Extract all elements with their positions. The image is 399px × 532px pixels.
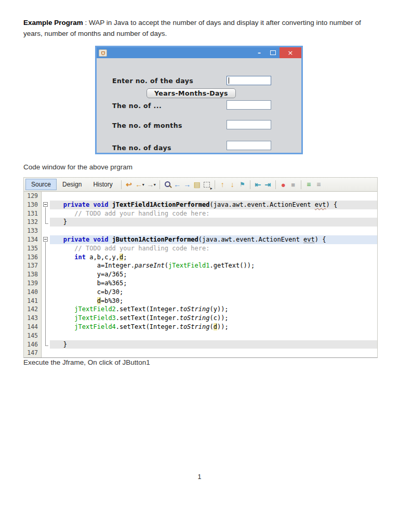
code-line[interactable]: 133 [24,227,377,235]
toggle-bookmark-icon[interactable]: ⚑ [237,180,247,190]
fold-line [45,305,46,314]
fold-line-end [45,218,48,223]
code-line[interactable]: 135 // TODO add your handling code here: [24,244,377,253]
code-token [52,314,74,322]
code-token: .setText(Integer. [116,314,180,322]
code-line[interactable]: 129 [24,192,377,201]
code-text: c=b/30; [50,288,377,297]
code-line[interactable]: 132 } [24,218,377,227]
previous-bookmark-icon[interactable]: ↑ [218,180,228,190]
code-text: jTextField3.setText(Integer.toString(c))… [50,314,377,323]
code-token: d [214,323,217,330]
code-line[interactable]: 140 c=b/30; [24,288,377,297]
years-months-days-button[interactable]: Years-Months-Days [147,88,236,98]
line-number: 135 [24,244,42,253]
fold-line [45,331,46,340]
fold-margin [42,279,50,288]
fold-margin [42,235,50,244]
code-token: (java.awt.event.ActionEvent [198,236,303,243]
months-output-field[interactable] [227,120,271,129]
code-text: d=b%30; [50,297,377,305]
jump-last-edit-icon[interactable]: ↩ [124,180,134,190]
page-number: 1 [0,473,399,481]
code-token: jTextField4 [74,323,115,330]
code-editor: SourceDesignHistory ↩←▾→▾←→▤↑↓⚑⇤⇥●■≡≡ 12… [23,177,378,358]
label-enter-days: Enter no. of the days [112,77,193,85]
code-token: evt [315,201,326,208]
code-text [50,227,377,235]
fold-line [45,323,46,331]
code-text: b=a%365; [50,279,377,288]
uncomment-icon[interactable]: ≡ [314,180,324,190]
code-line[interactable]: 146 } [24,340,377,349]
tab-history[interactable]: History [87,179,118,190]
code-area[interactable]: 129130 private void jTextField1ActionPer… [24,192,377,357]
fold-collapse-icon[interactable] [43,202,48,207]
code-line[interactable]: 145 [24,331,377,340]
code-line[interactable]: 137 a=Integer.parseInt(jTextField1.getTe… [24,261,377,270]
jframe-titlebar[interactable]: – × [97,47,301,58]
code-line[interactable]: 143 jTextField3.setText(Integer.toString… [24,314,377,323]
tab-source[interactable]: Source [25,179,57,190]
find-selection-icon[interactable] [163,180,172,190]
fold-line [45,253,46,262]
find-next-icon[interactable]: → [182,180,192,190]
code-token [52,201,63,208]
close-button[interactable]: × [280,47,301,58]
line-number: 131 [24,209,42,218]
record-macro-icon[interactable]: ● [278,180,288,190]
caption-code-window: Code window for the above prgram [23,163,132,171]
fold-margin [42,253,50,262]
line-number: 130 [24,201,42,209]
fold-collapse-icon[interactable] [43,237,48,242]
shift-right-icon[interactable]: ⇥ [263,180,273,190]
maximize-button[interactable] [266,47,280,58]
code-line[interactable]: 136 int a,b,c,y,d; [24,253,377,262]
code-line[interactable]: 130 private void jTextField1ActionPerfor… [24,201,377,209]
code-line[interactable]: 131 // TODO add your handling code here: [24,209,377,218]
next-bookmark-icon[interactable]: ↓ [228,180,237,190]
line-number: 141 [24,297,42,305]
code-text: // TODO add your handling code here: [50,244,377,253]
stop-macro-icon[interactable]: ■ [288,180,298,190]
line-number: 142 [24,305,42,314]
forward-icon[interactable]: → [145,180,155,190]
fold-line-end [45,340,48,346]
code-token: .setText(Integer. [116,323,180,330]
fold-line [45,261,46,270]
code-token: (java.awt.event.ActionEvent [209,201,314,208]
days-input[interactable] [227,76,271,85]
days-output-field[interactable] [227,141,271,150]
code-token [89,236,93,243]
code-text: y=a/365; [50,270,377,279]
label-years: The no. of ... [112,102,162,110]
code-text: } [50,218,377,227]
find-previous-icon[interactable]: ← [172,180,182,190]
line-number: 147 [24,349,42,357]
code-line[interactable]: 138 y=a/365; [24,270,377,279]
code-line[interactable]: 144 jTextField4.setText(Integer.toString… [24,323,377,331]
comment-icon[interactable]: ≡ [304,180,314,190]
line-number: 140 [24,288,42,297]
back-icon[interactable]: ← [134,180,144,190]
rectangular-selection-icon[interactable] [202,180,212,190]
code-line[interactable]: 134 private void jButton1ActionPerformed… [24,235,377,244]
shift-left-icon[interactable]: ⇤ [253,180,263,190]
code-line[interactable]: 141 d=b%30; [24,297,377,305]
fold-margin [42,349,50,357]
code-line[interactable]: 142 jTextField2.setText(Integer.toString… [24,305,377,314]
code-line[interactable]: 147 [24,349,377,357]
code-token: ( [209,323,213,330]
code-token: .getText()); [209,262,255,269]
tab-design[interactable]: Design [57,179,87,190]
fold-margin [42,244,50,253]
toggle-highlight-icon[interactable]: ▤ [192,180,202,190]
code-token [108,236,112,243]
years-output-field[interactable] [227,100,271,110]
line-number: 139 [24,279,42,288]
code-line[interactable]: 139 b=a%365; [24,279,377,288]
minimize-button[interactable]: – [252,47,266,58]
java-app-icon [99,49,107,57]
code-token: toString [180,323,210,330]
code-token [52,323,74,330]
